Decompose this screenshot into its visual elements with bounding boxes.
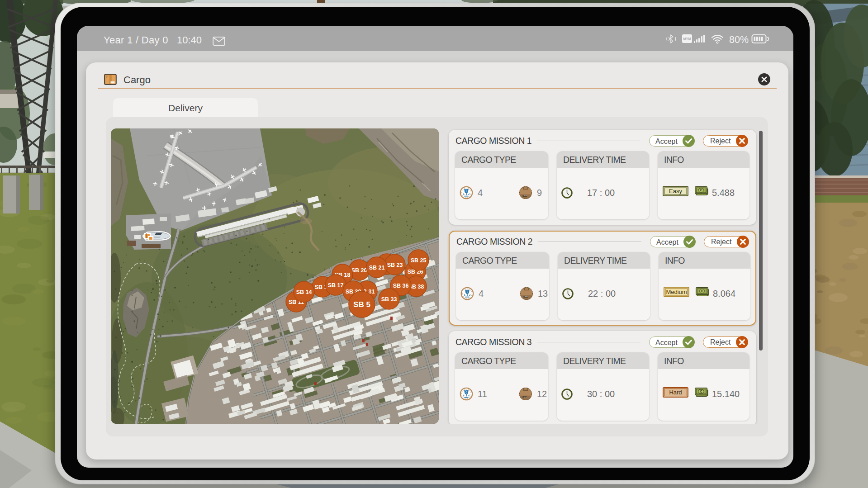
svg-text:SB 5: SB 5	[353, 300, 370, 309]
svg-text:SB 25: SB 25	[411, 257, 427, 264]
svg-text:C: C	[700, 188, 702, 192]
svg-text:SB 14: SB 14	[296, 289, 312, 295]
svg-text:SB 23: SB 23	[387, 262, 403, 268]
svg-text:SB 17: SB 17	[328, 282, 344, 289]
svg-text:C: C	[701, 289, 703, 293]
svg-text:SB 20: SB 20	[351, 267, 367, 274]
svg-text:SB 36: SB 36	[393, 283, 409, 289]
svg-text:SB 21: SB 21	[369, 265, 385, 271]
svg-text:C: C	[700, 389, 702, 393]
svg-text:SB 33: SB 33	[381, 296, 397, 303]
